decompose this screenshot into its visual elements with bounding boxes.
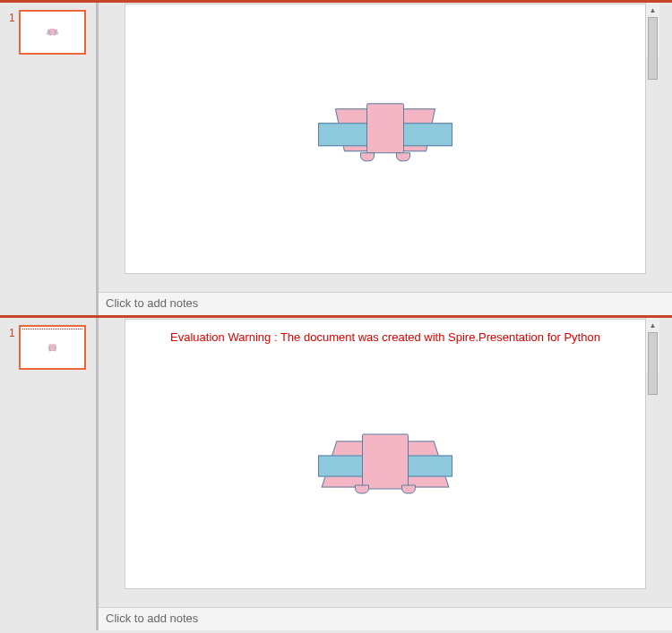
presentation-panel: 1 Evaluation Warning : The document was … (0, 315, 672, 630)
slide-thumbnail-pane[interactable]: 1 (0, 3, 96, 315)
ribbon-shape-icon (48, 344, 56, 351)
ribbon-shape[interactable] (318, 107, 452, 165)
thumbnail-slide-number: 1 (9, 10, 15, 55)
vertical-scrollbar[interactable]: ▲ ▼ ⯭ ⯯ (645, 3, 659, 56)
slide-thumbnail[interactable] (19, 325, 86, 370)
slide-canvas[interactable] (125, 4, 645, 273)
slide-thumbnail[interactable] (19, 10, 86, 55)
notes-placeholder: Click to add notes (106, 612, 198, 625)
evaluation-warning-text: Evaluation Warning : The document was cr… (170, 330, 600, 346)
scroll-up-icon[interactable]: ▲ (646, 3, 659, 17)
ribbon-shape[interactable] (318, 436, 452, 494)
thumbnail-slide-number: 1 (9, 325, 15, 370)
notes-placeholder: Click to add notes (106, 296, 198, 310)
presentation-panel: 1 ▲ (0, 0, 672, 315)
notes-pane[interactable]: Click to add notes (99, 292, 672, 315)
scroll-up-icon[interactable]: ▲ (646, 318, 659, 332)
notes-pane[interactable]: Click to add notes (99, 607, 672, 630)
slide-thumbnail-pane[interactable]: 1 (0, 318, 96, 630)
slide-canvas[interactable]: Evaluation Warning : The document was cr… (125, 320, 645, 588)
scroll-thumb[interactable] (648, 17, 658, 80)
ribbon-shape-icon (48, 29, 56, 36)
scroll-thumb[interactable] (648, 332, 658, 395)
vertical-scrollbar[interactable]: ▲ ▼ ⯭ ⯯ (645, 318, 659, 372)
